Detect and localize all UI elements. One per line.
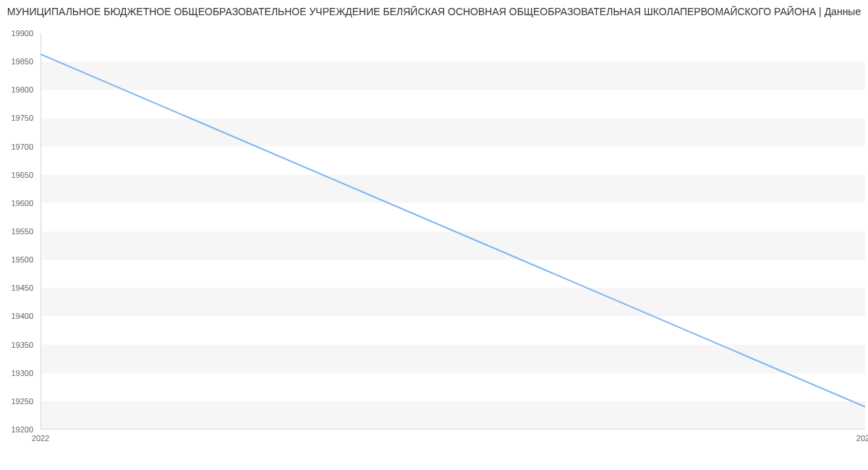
y-tick-label: 19750 (11, 114, 33, 122)
y-axis-labels: 1920019250193001935019400194501950019550… (0, 33, 38, 430)
grid-band (41, 373, 865, 401)
x-tick-label: 2024 (856, 434, 868, 443)
grid-band (41, 90, 865, 118)
grid-band (41, 288, 865, 316)
y-tick-label: 19200 (11, 425, 33, 434)
y-tick-label: 19900 (11, 29, 33, 38)
grid-band (41, 345, 865, 373)
x-tick-label: 2022 (32, 434, 49, 443)
y-tick-label: 19800 (11, 85, 33, 94)
grid-band (41, 260, 865, 288)
grid-band (41, 33, 865, 61)
grid-band (41, 316, 865, 344)
grid-band (41, 61, 865, 90)
y-tick-label: 19850 (11, 57, 33, 66)
y-tick-label: 19700 (11, 142, 33, 151)
chart-container: МУНИЦИПАЛЬНОЕ БЮДЖЕТНОЕ ОБЩЕОБРАЗОВАТЕЛЬ… (0, 0, 868, 470)
grid-band (41, 231, 865, 260)
y-tick-label: 19300 (11, 369, 33, 377)
chart-svg (41, 33, 865, 430)
y-tick-label: 19250 (11, 397, 33, 406)
grid-band (41, 118, 865, 146)
plot-area[interactable] (41, 33, 865, 430)
y-tick-label: 19400 (11, 312, 33, 320)
y-tick-label: 19350 (11, 341, 33, 349)
grid-band (41, 203, 865, 231)
chart-title: МУНИЦИПАЛЬНОЕ БЮДЖЕТНОЕ ОБЩЕОБРАЗОВАТЕЛЬ… (0, 6, 868, 17)
x-axis-labels: 20222024 (41, 432, 865, 447)
y-tick-label: 19450 (11, 283, 33, 292)
y-tick-label: 19500 (11, 255, 33, 264)
y-tick-label: 19600 (11, 199, 33, 208)
grid-band (41, 147, 865, 175)
y-tick-label: 19650 (11, 171, 33, 179)
grid-band (41, 175, 865, 203)
grid-band (41, 401, 865, 430)
y-tick-label: 19550 (11, 227, 33, 236)
